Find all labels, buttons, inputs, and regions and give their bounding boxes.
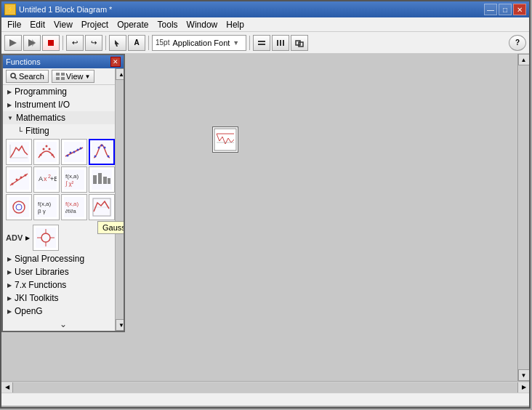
canvas-scroll-up-button[interactable]: ▲ — [518, 54, 530, 65]
view-button[interactable]: View ▼ — [52, 70, 95, 83]
run-continuously-button[interactable] — [23, 35, 41, 51]
search-button[interactable]: Search — [6, 70, 49, 83]
menu-help[interactable]: Help — [222, 18, 249, 31]
fitting-icon-8[interactable] — [89, 166, 115, 193]
svg-point-23 — [46, 145, 48, 148]
canvas-scroll-left-button[interactable]: ◀ — [1, 382, 13, 393]
canvas-scrollbar-vertical[interactable]: ▲ ▼ — [517, 54, 529, 381]
svg-rect-10 — [299, 42, 303, 47]
menu-window[interactable]: Window — [182, 18, 222, 31]
panel-item-openg[interactable]: ▶ OpenG — [3, 305, 124, 318]
run-button[interactable] — [4, 35, 22, 51]
panel-item-programming[interactable]: ▶ Programming — [3, 85, 124, 98]
fitting-icon-12[interactable] — [89, 194, 115, 220]
canvas-scroll-track-v — [519, 65, 529, 369]
help-button[interactable]: ? — [509, 35, 526, 51]
svg-marker-2 — [32, 39, 36, 47]
svg-point-37 — [104, 147, 106, 149]
abort-button[interactable] — [42, 35, 60, 51]
svg-text:f(x,a): f(x,a) — [38, 201, 52, 207]
panel-item-instrument-io[interactable]: ▶ Instrument I/O — [3, 98, 124, 111]
canvas-scroll-down-button[interactable]: ▼ — [518, 369, 530, 381]
text-tool-button[interactable]: A — [128, 35, 145, 51]
adv-icon[interactable] — [33, 225, 59, 251]
menu-operate[interactable]: Operate — [113, 18, 153, 31]
panel-item-7x-functions[interactable]: ▶ 7.x Functions — [3, 278, 124, 292]
panel-scroll-up-button[interactable]: ▲ — [116, 68, 125, 80]
menu-tools[interactable]: Tools — [153, 18, 182, 31]
fitting-icon-4[interactable] — [89, 139, 115, 165]
svg-rect-54 — [93, 175, 97, 184]
fitting-icon-grid: Ax2+B f(x,a)∫ χ² — [3, 137, 124, 223]
functions-panel: Functions ✕ Search — [1, 54, 125, 332]
svg-rect-7 — [280, 40, 281, 46]
panel-scrollbar[interactable]: ▲ ▼ — [115, 68, 124, 331]
minimize-button[interactable]: — — [484, 4, 497, 15]
svg-text:+B: +B — [50, 175, 57, 182]
panel-scroll-down-button[interactable]: ⌄ — [3, 318, 124, 331]
svg-rect-57 — [108, 178, 110, 184]
panel-item-user-libraries[interactable]: ▶ User Libraries — [3, 265, 124, 278]
svg-rect-16 — [61, 73, 65, 76]
svg-point-28 — [67, 155, 69, 157]
panel-scroll-down-button[interactable]: ▼ — [116, 319, 125, 331]
svg-point-36 — [101, 145, 103, 147]
canvas-scroll-right-button[interactable]: ▶ — [517, 382, 529, 393]
svg-text:f(x,a): f(x,a) — [65, 201, 79, 207]
separator-1 — [63, 36, 63, 50]
toolbar: ↩ ↪ A 15pt Application Font ▼ ? — [1, 32, 529, 54]
menu-view[interactable]: View — [49, 18, 77, 31]
svg-rect-58 — [9, 197, 29, 217]
svg-point-44 — [25, 174, 27, 177]
svg-rect-19 — [9, 142, 29, 162]
panel-scroll-track[interactable] — [116, 80, 125, 319]
expand-arrow-programming: ▶ — [7, 89, 12, 95]
svg-text:∫ χ²: ∫ χ² — [65, 180, 74, 187]
cursor-tool-button[interactable] — [109, 35, 126, 51]
expand-arrow-mathematics: ▼ — [7, 115, 13, 121]
fitting-icon-6[interactable]: Ax2+B — [33, 166, 60, 193]
search-icon — [10, 73, 17, 80]
svg-point-24 — [49, 148, 51, 150]
fitting-icon-10[interactable]: f(x,a)β γ — [33, 194, 60, 220]
fitting-icon-3[interactable] — [61, 139, 87, 165]
distribute-button[interactable] — [272, 35, 289, 51]
panel-item-fitting[interactable]: └ Fitting — [3, 124, 124, 137]
maximize-button[interactable]: □ — [499, 4, 512, 15]
undo-button[interactable]: ↩ — [66, 35, 84, 51]
menu-project[interactable]: Project — [77, 18, 113, 31]
fitting-icon-2[interactable] — [33, 139, 60, 165]
menu-edit[interactable]: Edit — [25, 18, 49, 31]
panel-item-signal-processing[interactable]: ▶ Signal Processing — [3, 252, 124, 265]
fitting-icon-11[interactable]: f(x,a)∂f/∂a — [61, 194, 87, 220]
svg-text:f(x,a): f(x,a) — [65, 173, 79, 180]
svg-rect-9 — [296, 41, 300, 45]
align-button[interactable] — [253, 35, 270, 51]
canvas-node[interactable] — [212, 126, 238, 153]
app-icon: ⚡ — [4, 4, 16, 15]
fitting-icon-1[interactable] — [6, 139, 32, 165]
svg-point-22 — [43, 148, 45, 150]
svg-rect-5 — [258, 44, 265, 45]
fitting-icon-9[interactable] — [6, 194, 32, 220]
redo-button[interactable]: ↪ — [85, 35, 102, 51]
canvas-scroll-track-h[interactable] — [13, 382, 517, 393]
svg-text:∂f/∂a: ∂f/∂a — [65, 209, 76, 214]
block-diagram-canvas[interactable]: Functions ✕ Search — [1, 54, 517, 381]
svg-text:x: x — [44, 175, 47, 182]
fitting-icon-5[interactable] — [6, 166, 32, 193]
adv-label: ADV — [6, 233, 23, 242]
panel-item-jki-toolkits[interactable]: ▶ JKI Toolkits — [3, 292, 124, 305]
svg-point-38 — [108, 156, 110, 158]
status-bar — [1, 393, 529, 406]
expand-arrow-openg: ▶ — [7, 308, 12, 315]
menu-file[interactable]: File — [3, 18, 25, 31]
resize-button[interactable] — [291, 35, 308, 51]
separator-2 — [105, 36, 106, 50]
functions-panel-close-button[interactable]: ✕ — [110, 57, 121, 67]
close-button[interactable]: ✕ — [513, 4, 526, 15]
panel-item-mathematics[interactable]: ▼ Mathematics — [3, 111, 124, 124]
icon-row-1 — [6, 139, 121, 165]
font-selector[interactable]: 15pt Application Font ▼ — [152, 35, 246, 51]
fitting-icon-7[interactable]: f(x,a)∫ χ² — [61, 166, 87, 193]
